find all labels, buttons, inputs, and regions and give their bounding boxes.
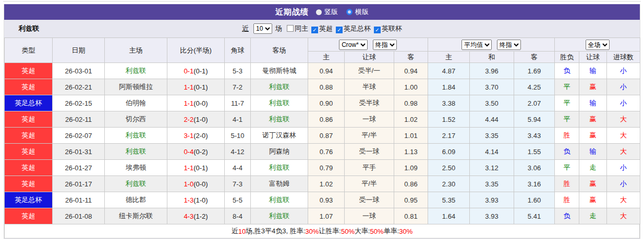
competition-badge: 英超 xyxy=(5,176,53,192)
odds-away-cell: 0.86 xyxy=(394,176,428,192)
handicap-result-cell: 输 xyxy=(579,95,607,111)
average-stage-select[interactable]: 终指 xyxy=(497,40,521,50)
away-team-cell: 利兹联 xyxy=(251,79,308,95)
match-count-select[interactable]: 10 xyxy=(253,23,272,34)
avg-draw-cell: 3.93 xyxy=(470,208,514,224)
competition-badge: 英超 xyxy=(5,208,53,224)
sub-header-avg-away: 客 xyxy=(514,52,555,63)
sub-header-handicap-result: 让球 xyxy=(579,52,607,63)
odds-away-cell: 1.01 xyxy=(394,128,428,144)
col-header-type: 类型 xyxy=(5,38,53,63)
sub-header-odds-away: 客 xyxy=(394,52,428,63)
handicap-cell: 一球 xyxy=(345,208,394,224)
match-scope-select[interactable]: 全场 xyxy=(586,40,610,50)
radio-icon[interactable] xyxy=(346,9,353,15)
odds-group-header: Crow* 终指 xyxy=(308,38,428,52)
avg-home-cell: 6.09 xyxy=(428,144,470,160)
handicap-result-cell: 赢 xyxy=(579,128,607,144)
corner-cell: 5-5 xyxy=(225,192,251,208)
home-team-cell: 切尔西 xyxy=(105,111,167,128)
half-time-score: (1-0) xyxy=(193,196,208,204)
avg-away-cell: 3.16 xyxy=(514,176,555,192)
checkbox-checked[interactable]: ✓ xyxy=(311,27,318,33)
average-select[interactable]: 平均值 xyxy=(461,40,492,50)
odds-stage-select[interactable]: 终指 xyxy=(373,40,397,50)
avg-draw-cell: 3.35 xyxy=(470,128,514,144)
competition-badge: 英足总杯 xyxy=(5,95,53,111)
odds-home-cell: 0.86 xyxy=(308,111,345,128)
full-time-score: 0-1 xyxy=(184,67,193,75)
checkbox-label: 英联杯 xyxy=(382,24,402,32)
layout-radio-horizontal[interactable]: 横版 xyxy=(346,7,369,17)
title-bar: 近期战绩 竖版横版 xyxy=(4,4,640,20)
odds-away-cell: 0.95 xyxy=(394,192,428,208)
handicap-cell: 受一球 xyxy=(345,192,394,208)
table-body: 英超26-03-01利兹联0-1(0-1)5-3曼彻斯特城0.94受半/一0.9… xyxy=(5,63,640,224)
home-team-cell: 伯明翰 xyxy=(105,95,167,111)
near-link[interactable]: 近 xyxy=(242,24,249,33)
avg-home-cell: 1.64 xyxy=(428,208,470,224)
date-cell: 26-01-08 xyxy=(53,208,105,224)
table-row: 英超26-01-08纽卡斯尔联4-3(1-2)8-4利兹联1.07一球0.811… xyxy=(5,208,640,224)
half-time-score: (1-0) xyxy=(193,116,208,123)
odds-home-cell: 0.88 xyxy=(308,79,345,95)
competition-badge: 英超 xyxy=(5,63,53,79)
summary-text: 场,胜3平4负3, 胜率: xyxy=(246,227,305,236)
avg-away-cell: 1.69 xyxy=(514,63,555,79)
radio-icon[interactable] xyxy=(316,9,322,15)
corner-cell: 5-3 xyxy=(225,63,251,79)
summary-footer: 近10场,胜3平4负3, 胜率:30% 让胜率:50% 大率:50% 单率:30… xyxy=(4,224,640,238)
checkbox-label: 同主 xyxy=(295,24,308,32)
competition-badge: 英超 xyxy=(5,160,53,176)
corner-cell: 7-2 xyxy=(225,79,251,95)
score-cell: 0-1(0-1) xyxy=(167,63,225,79)
corner-cell: 7-3 xyxy=(225,176,251,192)
score-cell: 4-3(1-2) xyxy=(167,208,225,224)
odds-provider-select[interactable]: Crow* xyxy=(339,40,368,50)
recent-results-panel: 近期战绩 竖版横版 利兹联 近 10 场 同主✓英超✓英足总杯✓英联杯 类型 xyxy=(4,4,640,239)
handicap-cell: 一球 xyxy=(345,111,394,128)
handicap-cell: 受半/一 xyxy=(345,63,394,79)
handicap-result-cell: 走 xyxy=(579,208,607,224)
away-team-cell: 诺丁汉森林 xyxy=(251,128,308,144)
full-time-score: 1-1 xyxy=(184,164,193,172)
checkbox-checked[interactable]: ✓ xyxy=(336,27,343,33)
competition-badge: 英超 xyxy=(5,111,53,128)
table-header: 类型 日期 主场 比分(半场) 角球 客场 Crow* 终指 平均值 终指 xyxy=(5,38,640,63)
table-row: 英超26-02-07利兹联3-1(2-0)5-10诺丁汉森林0.87平/半1.0… xyxy=(5,128,640,144)
avg-draw-cell: 3.70 xyxy=(470,79,514,95)
avg-home-cell: 3.38 xyxy=(428,95,470,111)
odds-away-cell: 0.94 xyxy=(394,63,428,79)
layout-radio-group: 竖版横版 xyxy=(316,7,369,17)
handicap-cell: 受半球 xyxy=(345,95,394,111)
score-cell: 1-1(0-1) xyxy=(167,79,225,95)
avg-home-cell: 2.17 xyxy=(428,128,470,144)
layout-radio-vertical[interactable]: 竖版 xyxy=(316,7,338,17)
team-name: 利兹联 xyxy=(19,24,39,33)
col-header-date: 日期 xyxy=(53,38,105,63)
summary-stat-value: 30% xyxy=(305,228,319,235)
half-time-score: (0-1) xyxy=(193,67,208,75)
summary-text: 单率: xyxy=(384,227,399,236)
avg-draw-cell: 3.35 xyxy=(470,176,514,192)
competition-badge: 英足总杯 xyxy=(5,192,53,208)
half-time-score: (0-1) xyxy=(193,164,208,172)
avg-home-cell: 1.84 xyxy=(428,79,470,95)
avg-away-cell: 1.55 xyxy=(514,144,555,160)
table-row: 英足总杯26-01-11德比郡1-3(1-0)5-5利兹联0.93受一球0.95… xyxy=(5,192,640,208)
summary-text: 近 xyxy=(232,227,238,236)
home-team-cell: 利兹联 xyxy=(105,176,167,192)
odds-home-cell: 1.07 xyxy=(308,208,345,224)
away-team-cell: 利兹联 xyxy=(251,111,308,128)
home-team-cell: 利兹联 xyxy=(105,144,167,160)
odds-home-cell: 0.93 xyxy=(308,192,345,208)
col-header-away: 客场 xyxy=(251,38,308,63)
checkbox-checked[interactable]: ✓ xyxy=(374,27,381,33)
date-cell: 26-01-31 xyxy=(53,144,105,160)
result-cell: 胜 xyxy=(555,192,579,208)
avg-home-cell: 2.50 xyxy=(428,160,470,176)
away-team-cell: 曼彻斯特城 xyxy=(251,63,308,79)
home-team-cell: 埃弗顿 xyxy=(105,160,167,176)
checkbox-unchecked[interactable] xyxy=(287,25,294,32)
full-time-score: 3-1 xyxy=(184,132,193,140)
